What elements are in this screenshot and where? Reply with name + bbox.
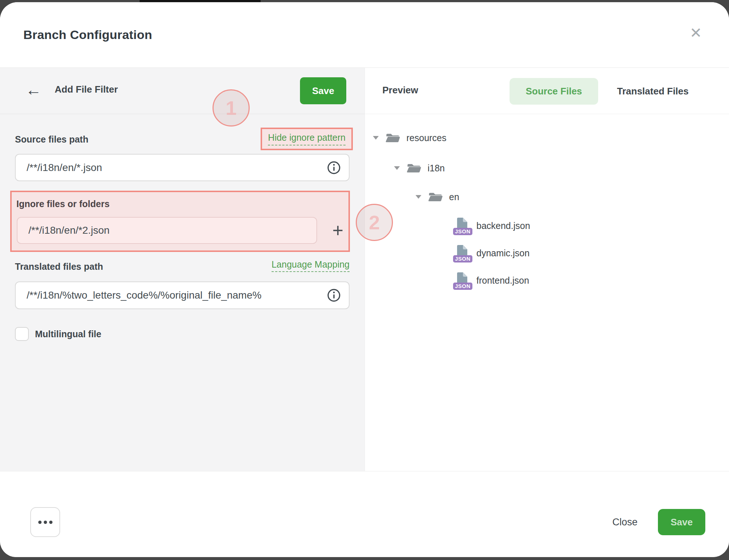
- branch-configuration-modal: Branch Configuration ✕ ← Add File Filter…: [0, 2, 729, 557]
- tree-file-dynamic-json[interactable]: JSON dynamic.json: [455, 245, 530, 261]
- info-icon[interactable]: [327, 288, 341, 302]
- json-badge: JSON: [453, 255, 472, 262]
- ellipsis-icon: [44, 521, 47, 524]
- multilingual-checkbox[interactable]: [15, 327, 29, 341]
- ellipsis-icon: [38, 521, 42, 524]
- chevron-down-icon[interactable]: [373, 136, 379, 140]
- translated-files-path-field: [15, 281, 350, 309]
- file-tree: resources i18n en: [365, 114, 729, 471]
- ignore-pattern-highlight: Ignore files or folders +: [10, 191, 350, 252]
- hide-ignore-pattern-link[interactable]: Hide ignore pattern: [268, 132, 346, 145]
- modal-header: Branch Configuration ✕: [0, 2, 729, 68]
- source-files-path-input[interactable]: [16, 155, 349, 180]
- preview-title: Preview: [382, 85, 418, 96]
- save-button[interactable]: Save: [658, 509, 705, 535]
- add-ignore-pattern-button[interactable]: +: [326, 218, 350, 243]
- close-button[interactable]: Close: [612, 517, 638, 528]
- source-files-path-field: [15, 154, 350, 181]
- tree-label: resources: [406, 133, 447, 143]
- tree-label: frontend.json: [476, 275, 529, 286]
- ignore-pattern-input[interactable]: [17, 218, 316, 243]
- tree-label: en: [449, 192, 459, 202]
- filter-header: ← Add File Filter Save: [0, 68, 364, 114]
- tree-label: dynamic.json: [476, 248, 530, 258]
- back-arrow-icon[interactable]: ←: [26, 82, 42, 98]
- tree-label: backend.json: [476, 221, 530, 231]
- tree-folder-resources[interactable]: resources: [373, 129, 447, 146]
- multilingual-row: Multilingual file: [15, 327, 101, 341]
- translated-files-path-input[interactable]: [16, 282, 349, 308]
- tab-source-files[interactable]: Source Files: [510, 78, 598, 105]
- tree-label: i18n: [428, 163, 445, 174]
- tree-file-backend-json[interactable]: JSON backend.json: [455, 217, 530, 234]
- page-title: Branch Configuration: [23, 28, 152, 42]
- multilingual-label: Multilingual file: [35, 329, 101, 339]
- chevron-down-icon[interactable]: [394, 166, 400, 170]
- json-file-icon: JSON: [455, 272, 471, 289]
- close-icon[interactable]: ✕: [686, 23, 705, 42]
- folder-icon: [386, 132, 400, 144]
- more-actions-button[interactable]: [30, 507, 60, 537]
- filter-save-button[interactable]: Save: [300, 77, 346, 104]
- ignore-pattern-field: [17, 217, 317, 244]
- chevron-down-icon[interactable]: [416, 195, 421, 199]
- info-icon[interactable]: [327, 161, 341, 175]
- modal-main: ← Add File Filter Save Source files path…: [0, 68, 729, 471]
- tab-translated-files[interactable]: Translated Files: [605, 78, 700, 105]
- folder-icon: [407, 162, 421, 174]
- preview-panel: Preview Source Files Translated Files re…: [364, 68, 729, 471]
- language-mapping-wrap: Language Mapping: [272, 259, 350, 270]
- source-files-path-label: Source files path: [15, 134, 88, 145]
- language-mapping-link[interactable]: Language Mapping: [272, 259, 350, 272]
- json-file-icon: JSON: [455, 244, 471, 262]
- json-badge: JSON: [453, 283, 472, 290]
- ignore-files-label: Ignore files or folders: [16, 199, 110, 209]
- hide-ignore-pattern-highlight: Hide ignore pattern: [261, 128, 353, 150]
- filter-body: Source files path Hide ignore pattern Ig…: [0, 114, 364, 471]
- tree-folder-en[interactable]: en: [416, 188, 459, 205]
- json-file-icon: JSON: [455, 217, 471, 234]
- footer-actions: Close Save: [612, 507, 705, 537]
- folder-icon: [428, 191, 443, 203]
- json-badge: JSON: [453, 228, 472, 235]
- tree-file-frontend-json[interactable]: JSON frontend.json: [455, 272, 529, 289]
- filter-panel-title: Add File Filter: [55, 84, 118, 95]
- tree-folder-i18n[interactable]: i18n: [394, 160, 445, 176]
- file-filter-panel: ← Add File Filter Save Source files path…: [0, 68, 364, 471]
- ellipsis-icon: [49, 521, 52, 524]
- plus-icon: +: [332, 220, 343, 241]
- translated-files-path-label: Translated files path: [15, 261, 103, 272]
- preview-header: Preview Source Files Translated Files: [365, 68, 729, 114]
- modal-footer: Close Save: [0, 471, 729, 557]
